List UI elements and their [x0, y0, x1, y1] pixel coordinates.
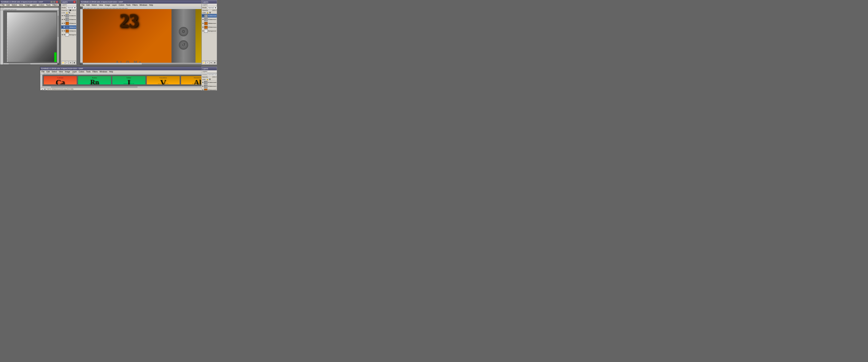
eye-icon-023[interactable]: 👁 — [61, 19, 63, 21]
eye-icon-020[interactable]: 👁 — [61, 30, 63, 32]
eye-r-020[interactable]: 👁 — [202, 26, 204, 28]
menu-layer[interactable]: Layer — [31, 4, 38, 6]
topleft-scrollbar-h[interactable] — [3, 63, 57, 64]
bot-menu-windows[interactable]: Windows — [99, 71, 108, 73]
menu-view[interactable]: View — [18, 4, 24, 6]
eye-icon-013[interactable]: 👁 — [61, 15, 63, 17]
main-menu-colors[interactable]: Colors — [118, 4, 125, 6]
menu-image[interactable]: Image — [24, 4, 31, 6]
main-menu-file[interactable]: File — [81, 4, 86, 6]
eye-r-013[interactable]: 👁 — [202, 15, 204, 17]
menu-tools[interactable]: Tools — [45, 4, 52, 6]
del-btn-r[interactable]: 🗑 — [213, 61, 216, 64]
bot-menu-filters[interactable]: Filters — [92, 71, 99, 73]
opacity-value-bottom: 100.0 — [212, 76, 216, 78]
eye-icon-053[interactable]: 👁 — [61, 23, 63, 24]
layer-item-right-013[interactable]: 👁 013atomoal1 — [202, 14, 217, 18]
main-menu-tools[interactable]: Tools — [125, 4, 131, 6]
layer-item-right-020[interactable]: 👁 020atomoca1 — [202, 25, 217, 29]
bot-menu-tools[interactable]: Tools — [85, 71, 91, 73]
opacity-slider-tl[interactable] — [68, 9, 71, 11]
layer-name-r-023: 023atomov10 — [208, 19, 216, 20]
bot-menu-colors[interactable]: Colors — [78, 71, 85, 73]
eye-icon-bg[interactable]: 👁 — [61, 34, 63, 36]
topleft-maximize-btn[interactable]: □ — [53, 1, 55, 3]
main-menu-filters[interactable]: Filters — [131, 4, 138, 6]
delete-layer-btn[interactable]: 🗑 — [73, 61, 76, 64]
bot-menu-select[interactable]: Select — [51, 71, 58, 73]
bot-menu-help[interactable]: Help — [108, 71, 114, 73]
main-menu-image[interactable]: Image — [104, 4, 111, 6]
layer-item-right-bg[interactable]: 👁 Background — [202, 29, 217, 33]
eye-bot-023[interactable]: 👁 — [202, 85, 204, 87]
main-menu-view[interactable]: View — [98, 4, 104, 6]
main-menu-windows[interactable]: Windows — [138, 4, 148, 6]
eye-r-023[interactable]: 👁 — [202, 19, 204, 21]
main-scrollbar-h[interactable] — [83, 63, 217, 64]
layer-item-053[interactable]: 👁 ⛓ 053atomoi10 — [61, 22, 76, 25]
layer-item-right-023[interactable]: 👁 023atomov10 — [202, 18, 217, 22]
bottom-scrollbar-h[interactable] — [42, 86, 215, 88]
topleft-minimize-btn[interactable]: – — [51, 1, 53, 3]
menu-select[interactable]: Select — [11, 4, 18, 6]
layer-name-013: 013atomoal1 — [69, 15, 76, 17]
main-canvas-window: *[Untitled]-1.0 (RGB color, 6 layers) 51… — [80, 0, 217, 65]
element-card-iodine: Iodine I Solid 53 blockchainizator At O … — [112, 76, 146, 85]
layer-item-bg[interactable]: 👁 ⛓ Background — [61, 33, 76, 37]
layers-list-right: 👁 013atomoal1 👁 023atomov10 👁 086atomorn… — [202, 14, 217, 61]
eye-icon-086[interactable]: 👁 — [61, 26, 63, 28]
bot-menu-file[interactable]: File — [40, 71, 45, 73]
element-card-radon: Radon Rn Gas 86 blockchainizator At O Mo — [78, 76, 111, 85]
chain-013: ⛓ — [64, 15, 65, 17]
layer-thumb-020 — [65, 30, 69, 33]
menu-colors[interactable]: Colors — [38, 4, 45, 6]
chain-icon-bottom: ⛓ — [209, 78, 211, 80]
layers-panel-right: Layers Layers Mode: Normal Opacity 100.0… — [202, 0, 217, 65]
element-card-vanadium: Vanadium V Solid 23 blockchainizator At … — [146, 76, 180, 85]
eye-bot-013[interactable]: 👁 — [202, 82, 204, 83]
lock-label-right: Lock: — [203, 12, 206, 13]
bot-menu-edit[interactable]: Edit — [45, 71, 51, 73]
bot-menu-image[interactable]: Image — [64, 71, 71, 73]
main-menu-help[interactable]: Help — [148, 4, 154, 6]
units-select[interactable]: px — [41, 88, 46, 90]
layers-mode-select-right[interactable]: Normal — [207, 6, 217, 9]
layer-item-right-086[interactable]: 👁 086atomorn1 — [202, 22, 217, 25]
topleft-close-btn[interactable]: × — [56, 1, 58, 3]
new-group-btn-r[interactable]: 📁 — [202, 61, 206, 64]
new-layer-btn-r[interactable]: + — [206, 61, 209, 64]
layer-item-020[interactable]: 👁 ⛓ 020atomoca1 — [61, 29, 76, 33]
layers-close-btn-tl[interactable]: × — [73, 1, 75, 3]
layer-item-bot-023[interactable]: 👁 023atomov10 — [202, 84, 217, 88]
duplicate-layer-btn[interactable]: ⧉ — [69, 61, 72, 64]
dup-btn-r[interactable]: ⧉ — [210, 61, 213, 64]
main-menu-edit[interactable]: Edit — [86, 4, 91, 6]
eye-bot-053[interactable]: 👁 — [202, 89, 204, 90]
menu-filters[interactable]: Filters — [52, 4, 59, 6]
layers-mode-select-tl[interactable]: Normal — [67, 6, 76, 9]
layer-item-bot-013[interactable]: 👁 013atomoal1 — [202, 81, 217, 84]
layer-thumb-r-bg — [204, 30, 208, 33]
layers-section-bottom: Layers — [202, 70, 217, 73]
topleft-scrollbar-v[interactable] — [57, 10, 59, 63]
main-canvas-area[interactable]: |3850 |3900 |3950 |4000 |4050 |4100 |415… — [80, 6, 217, 64]
layer-item-bot-053[interactable]: 👁 053atomoi10 — [202, 88, 217, 90]
menu-file[interactable]: File — [1, 4, 5, 6]
menu-edit[interactable]: Edit — [5, 4, 11, 6]
new-layer-btn[interactable]: + — [65, 61, 69, 64]
eye-r-086[interactable]: 👁 — [202, 23, 204, 24]
main-menu-select[interactable]: Select — [91, 4, 98, 6]
layer-item-086[interactable]: 👁 ⛓ 086atomorn1 — [61, 25, 76, 29]
layer-name-053: 053atomoi10 — [69, 23, 76, 24]
bot-menu-layer[interactable]: Layer — [71, 71, 78, 73]
new-layer-group-btn[interactable]: 📁 — [61, 61, 65, 64]
main-menu-layer[interactable]: Layer — [111, 4, 118, 6]
bot-menu-view[interactable]: View — [58, 71, 64, 73]
chain-086: ⛓ — [64, 26, 65, 28]
layer-item-013[interactable]: 👁 ⛓ 013atomoal1 — [61, 14, 76, 18]
layer-thumb-r-086 — [204, 22, 208, 25]
bottom-canvas-area[interactable]: |500 |1000 |1500 |2000 |2500 |3000 |3500… — [40, 73, 217, 88]
layer-item-023[interactable]: 👁 ⛓ 023atomov10 — [61, 18, 76, 22]
eye-r-bg[interactable]: 👁 — [202, 30, 204, 32]
layers-panel-topleft: Layers × Layers Mode: Normal Opacity 100… — [61, 0, 76, 65]
